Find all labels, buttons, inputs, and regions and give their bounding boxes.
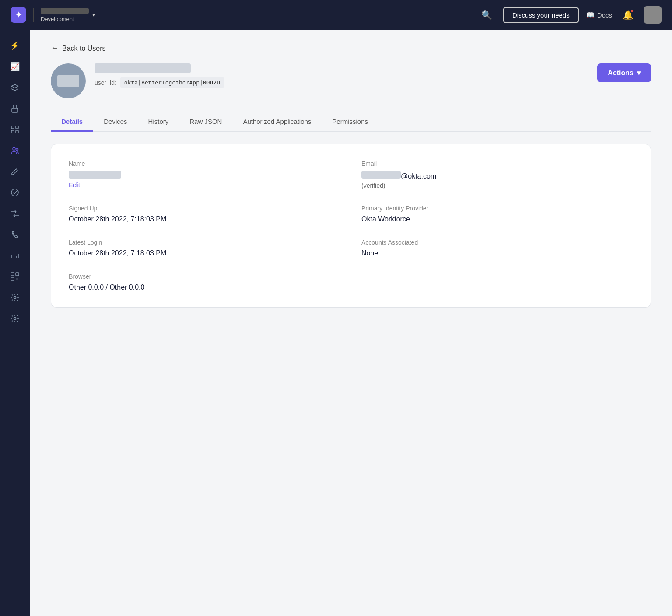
docs-label: Docs bbox=[597, 11, 612, 19]
user-name-redacted bbox=[94, 63, 191, 73]
user-id-value: okta|BetterTogetherApp|00u2u bbox=[120, 77, 224, 88]
details-grid: Name Edit Email @okta.com (verified) Sig… bbox=[69, 160, 633, 291]
user-id-label: user_id: bbox=[94, 79, 116, 86]
org-chevron-icon: ▾ bbox=[92, 12, 95, 18]
tab-authorized-apps[interactable]: Authorized Applications bbox=[232, 112, 322, 132]
sidebar-item-grid[interactable] bbox=[6, 121, 24, 138]
sidebar-item-lightning[interactable]: ⚡ bbox=[6, 37, 24, 54]
main-content: ← Back to Users user_id: okta|BetterToge… bbox=[30, 30, 672, 616]
email-domain: @okta.com bbox=[401, 172, 436, 180]
browser-value: Other 0.0.0 / Other 0.0.0 bbox=[69, 284, 340, 291]
name-value-redacted bbox=[69, 171, 121, 178]
svg-point-6 bbox=[16, 148, 18, 150]
tab-history[interactable]: History bbox=[138, 112, 179, 132]
svg-rect-0 bbox=[12, 108, 18, 112]
svg-rect-1 bbox=[11, 126, 14, 129]
svg-rect-3 bbox=[11, 130, 14, 133]
sidebar-item-layers[interactable] bbox=[6, 79, 24, 96]
svg-point-5 bbox=[13, 147, 15, 150]
latest-login-label: Latest Login bbox=[69, 239, 340, 246]
docs-link[interactable]: 📖 Docs bbox=[586, 11, 612, 19]
svg-rect-10 bbox=[11, 277, 14, 280]
sidebar-item-analytics[interactable]: 📈 bbox=[6, 58, 24, 75]
sidebar-item-users[interactable] bbox=[6, 142, 24, 159]
back-to-users-link[interactable]: ← Back to Users bbox=[51, 44, 651, 53]
search-icon[interactable]: 🔍 bbox=[478, 6, 496, 24]
tab-devices[interactable]: Devices bbox=[93, 112, 137, 132]
edit-link[interactable]: Edit bbox=[69, 181, 80, 189]
detail-latest-login: Latest Login October 28th 2022, 7:18:03 … bbox=[69, 239, 340, 257]
browser-label: Browser bbox=[69, 273, 340, 280]
accounts-label: Accounts Associated bbox=[361, 239, 633, 246]
docs-icon: 📖 bbox=[586, 11, 595, 19]
org-selector[interactable]: Development ▾ bbox=[41, 8, 95, 22]
sidebar-item-add-block[interactable] bbox=[6, 268, 24, 285]
sidebar-item-check[interactable] bbox=[6, 184, 24, 201]
nav-divider bbox=[33, 8, 34, 22]
primary-idp-label: Primary Identity Provider bbox=[361, 205, 633, 212]
details-card: Name Edit Email @okta.com (verified) Sig… bbox=[51, 144, 651, 308]
user-id-row: user_id: okta|BetterTogetherApp|00u2u bbox=[94, 77, 588, 88]
user-info: user_id: okta|BetterTogetherApp|00u2u bbox=[94, 63, 588, 88]
latest-login-value: October 28th 2022, 7:18:03 PM bbox=[69, 249, 340, 257]
email-username-redacted bbox=[361, 171, 401, 178]
svg-rect-2 bbox=[16, 126, 18, 129]
actions-chevron-icon: ▾ bbox=[637, 69, 640, 77]
svg-point-7 bbox=[11, 189, 18, 196]
user-avatar bbox=[51, 63, 86, 98]
user-avatar-topnav[interactable] bbox=[644, 6, 662, 24]
email-verified: (verified) bbox=[361, 182, 633, 189]
avatar-placeholder bbox=[57, 75, 79, 87]
user-tabs: Details Devices History Raw JSON Authori… bbox=[51, 112, 651, 132]
tab-permissions[interactable]: Permissions bbox=[322, 112, 378, 132]
tab-raw-json[interactable]: Raw JSON bbox=[179, 112, 232, 132]
detail-browser: Browser Other 0.0.0 / Other 0.0.0 bbox=[69, 273, 340, 291]
user-header: user_id: okta|BetterTogetherApp|00u2u Ac… bbox=[51, 63, 651, 98]
notification-dot bbox=[630, 9, 634, 13]
name-label: Name bbox=[69, 160, 340, 167]
logo-icon: ✦ bbox=[10, 7, 26, 23]
svg-point-12 bbox=[14, 318, 16, 320]
topnav: ✦ Development ▾ 🔍 Discuss your needs 📖 D… bbox=[0, 0, 672, 30]
discuss-needs-button[interactable]: Discuss your needs bbox=[503, 7, 579, 23]
detail-primary-idp: Primary Identity Provider Okta Workforce bbox=[361, 205, 633, 223]
actions-button[interactable]: Actions ▾ bbox=[597, 63, 651, 82]
back-arrow-icon: ← bbox=[51, 44, 59, 53]
accounts-value: None bbox=[361, 249, 633, 257]
sidebar-item-settings[interactable] bbox=[6, 310, 24, 327]
signed-up-value: October 28th 2022, 7:18:03 PM bbox=[69, 215, 340, 223]
org-env-label: Development bbox=[41, 16, 89, 22]
detail-accounts: Accounts Associated None bbox=[361, 239, 633, 257]
email-value-row: @okta.com bbox=[361, 171, 633, 180]
primary-idp-value: Okta Workforce bbox=[361, 215, 633, 223]
svg-rect-4 bbox=[16, 130, 18, 133]
sidebar-item-cog2[interactable] bbox=[6, 289, 24, 306]
sidebar-item-flow[interactable] bbox=[6, 205, 24, 222]
sidebar-item-phone[interactable] bbox=[6, 226, 24, 243]
svg-rect-8 bbox=[11, 273, 14, 276]
detail-email: Email @okta.com (verified) bbox=[361, 160, 633, 189]
sidebar-item-lock[interactable] bbox=[6, 100, 24, 117]
sidebar-item-pen[interactable] bbox=[6, 163, 24, 180]
detail-signed-up: Signed Up October 28th 2022, 7:18:03 PM bbox=[69, 205, 340, 223]
back-link-label: Back to Users bbox=[62, 45, 106, 52]
detail-name: Name Edit bbox=[69, 160, 340, 189]
sidebar-item-barchart[interactable] bbox=[6, 247, 24, 264]
notifications-button[interactable]: 🔔 bbox=[619, 6, 637, 24]
tab-details[interactable]: Details bbox=[51, 112, 93, 132]
signed-up-label: Signed Up bbox=[69, 205, 340, 212]
svg-rect-9 bbox=[16, 273, 19, 276]
sidebar: ⚡ 📈 bbox=[0, 30, 30, 616]
email-label: Email bbox=[361, 160, 633, 167]
svg-point-11 bbox=[14, 297, 16, 299]
org-name-redacted bbox=[41, 8, 89, 14]
actions-label: Actions bbox=[608, 69, 634, 77]
